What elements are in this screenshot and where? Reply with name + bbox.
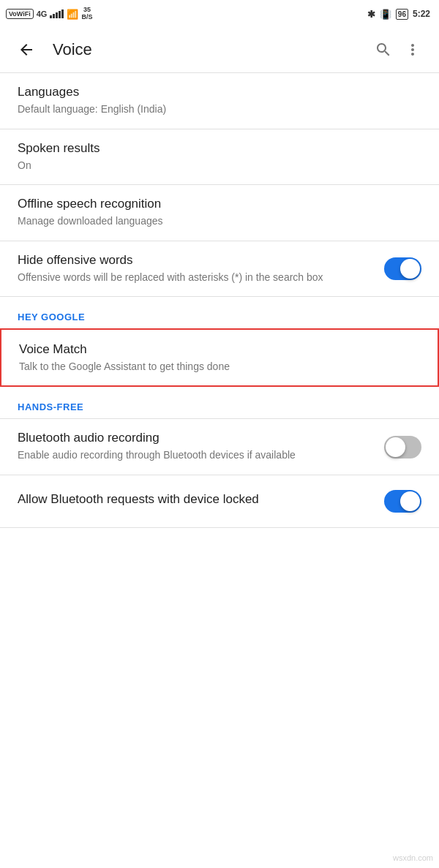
bluetooth-requests-toggle[interactable]	[384, 490, 421, 513]
vibrate-icon: 📳	[380, 9, 391, 20]
toggle-knob-3	[400, 491, 420, 511]
watermark: wsxdn.com	[393, 853, 433, 862]
toggle-knob	[400, 259, 420, 279]
status-left: VoWiFi 4G 📶 35 B/S	[6, 7, 92, 21]
hide-offensive-subtitle: Offensive words will be replaced with as…	[18, 271, 372, 285]
signal-bars	[50, 10, 64, 18]
settings-list: Languages Default language: English (Ind…	[0, 73, 439, 528]
bluetooth-audio-title: Bluetooth audio recording	[18, 431, 372, 445]
offline-speech-text: Offline speech recognition Manage downlo…	[18, 197, 421, 229]
bluetooth-audio-text: Bluetooth audio recording Enable audio r…	[18, 431, 372, 463]
speed-info: 35 B/S	[81, 7, 92, 21]
status-right: ✱ 📳 96 5:22	[367, 9, 430, 20]
hide-offensive-toggle[interactable]	[384, 257, 421, 280]
battery-container: 96	[396, 9, 408, 20]
bluetooth-requests-title: Allow Bluetooth requests with device loc…	[18, 492, 372, 507]
spoken-results-text: Spoken results On	[18, 141, 421, 173]
voice-match-item[interactable]: Voice Match Talk to the Google Assistant…	[0, 328, 439, 387]
hey-google-header: HEY GOOGLE	[0, 297, 439, 328]
bluetooth-audio-subtitle: Enable audio recording through Bluetooth…	[18, 448, 372, 463]
page-title: Voice	[53, 40, 369, 59]
voice-match-text: Voice Match Talk to the Google Assistant…	[19, 342, 420, 374]
offline-speech-title: Offline speech recognition	[18, 197, 421, 211]
spoken-results-item[interactable]: Spoken results On	[0, 129, 439, 186]
clock: 5:22	[413, 9, 430, 19]
hide-offensive-text: Hide offensive words Offensive words wil…	[18, 253, 372, 285]
status-bar: VoWiFi 4G 📶 35 B/S ✱ 📳 96 5:22	[0, 0, 439, 26]
wifi-icon: 📶	[67, 9, 78, 20]
bluetooth-audio-item[interactable]: Bluetooth audio recording Enable audio r…	[0, 419, 439, 475]
languages-text: Languages Default language: English (Ind…	[18, 85, 421, 117]
more-options-button[interactable]	[398, 35, 427, 64]
languages-subtitle: Default language: English (India)	[18, 102, 421, 117]
voice-match-subtitle: Talk to the Google Assistant to get thin…	[19, 360, 420, 374]
voice-match-title: Voice Match	[19, 342, 420, 357]
languages-item[interactable]: Languages Default language: English (Ind…	[0, 73, 439, 129]
bluetooth-icon: ✱	[367, 9, 375, 20]
search-button[interactable]	[369, 35, 398, 64]
back-button[interactable]	[12, 35, 41, 64]
spoken-results-title: Spoken results	[18, 141, 421, 156]
bluetooth-requests-item[interactable]: Allow Bluetooth requests with device loc…	[0, 475, 439, 528]
spoken-results-subtitle: On	[18, 159, 421, 173]
bluetooth-requests-text: Allow Bluetooth requests with device loc…	[18, 492, 372, 510]
network-type: 4G	[37, 10, 48, 18]
hide-offensive-title: Hide offensive words	[18, 253, 372, 268]
offline-speech-item[interactable]: Offline speech recognition Manage downlo…	[0, 185, 439, 241]
app-bar: Voice	[0, 26, 439, 73]
offline-speech-subtitle: Manage downloaded languages	[18, 214, 421, 229]
vowifi-indicator: VoWiFi	[6, 9, 34, 19]
toggle-knob-2	[386, 437, 405, 457]
languages-title: Languages	[18, 85, 421, 99]
battery-level: 96	[396, 9, 408, 20]
hide-offensive-item[interactable]: Hide offensive words Offensive words wil…	[0, 241, 439, 298]
bluetooth-audio-toggle[interactable]	[384, 436, 421, 458]
hands-free-header: HANDS-FREE	[0, 387, 439, 418]
